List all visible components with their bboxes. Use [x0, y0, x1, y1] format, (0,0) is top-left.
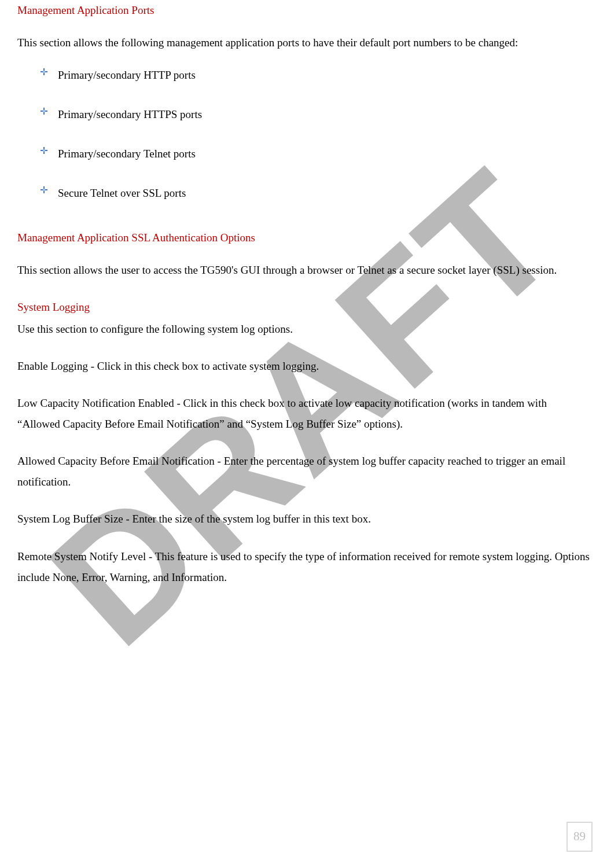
list-item-label: Primary/secondary HTTPS ports — [58, 108, 202, 120]
section3-para-buffer-size: System Log Buffer Size - Enter the size … — [17, 509, 590, 529]
section3-intro: Use this section to configure the follow… — [17, 319, 590, 340]
bullet-icon — [41, 68, 47, 75]
heading-management-application-ports: Management Application Ports — [17, 0, 590, 21]
svg-rect-8 — [43, 149, 45, 152]
list-item: Secure Telnet over SSL ports — [41, 183, 590, 204]
ports-bullet-list: Primary/secondary HTTP ports Primary/sec… — [17, 65, 590, 204]
svg-rect-5 — [43, 110, 45, 112]
bullet-icon — [41, 186, 47, 193]
bullet-icon — [41, 108, 47, 115]
list-item: Primary/secondary HTTPS ports — [41, 104, 590, 125]
heading-system-logging: System Logging — [17, 297, 590, 318]
bullet-icon — [41, 147, 47, 154]
list-item-label: Primary/secondary Telnet ports — [58, 148, 196, 160]
section3-para-allowed-capacity: Allowed Capacity Before Email Notificati… — [17, 451, 590, 492]
list-item-label: Primary/secondary HTTP ports — [58, 69, 196, 81]
section2-intro: This section allows the user to access t… — [17, 260, 590, 281]
section1-intro: This section allows the following manage… — [17, 32, 590, 53]
heading-ssl-authentication: Management Application SSL Authenticatio… — [17, 227, 590, 248]
section3-para-low-capacity: Low Capacity Notification Enabled - Clic… — [17, 393, 590, 435]
list-item: Primary/secondary HTTP ports — [41, 65, 590, 86]
section3-para-remote-notify: Remote System Notify Level - This featur… — [17, 546, 590, 588]
section3-para-enable-logging: Enable Logging - Click in this check box… — [17, 356, 590, 377]
page-content: Management Application Ports This sectio… — [17, 0, 590, 588]
page-number: 89 — [566, 822, 593, 852]
list-item: Primary/secondary Telnet ports — [41, 144, 590, 164]
list-item-label: Secure Telnet over SSL ports — [58, 187, 186, 199]
svg-rect-2 — [43, 71, 45, 73]
svg-rect-11 — [43, 189, 45, 191]
